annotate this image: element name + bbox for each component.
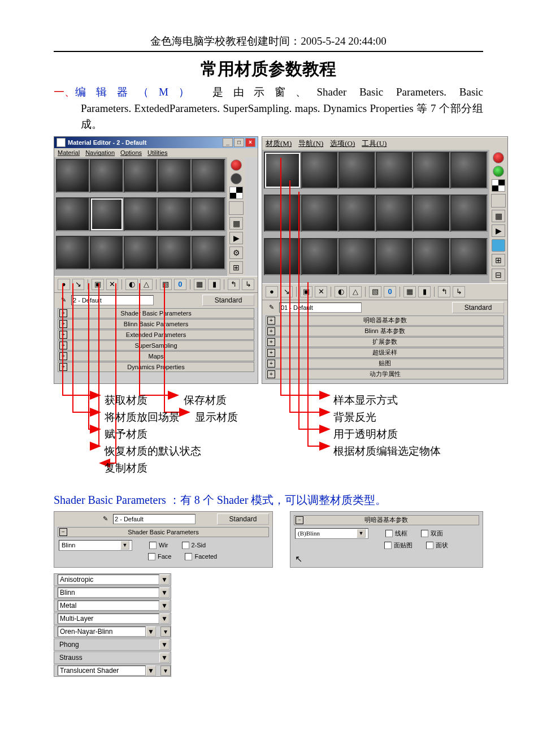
assign-to-selection-icon[interactable]: ▣ <box>92 279 104 290</box>
rollout-header[interactable]: +Dynamics Properties <box>58 362 254 372</box>
material-id-icon[interactable]: 0 <box>384 286 396 297</box>
go-sibling-icon[interactable]: ↳ <box>242 279 254 290</box>
check-face[interactable] <box>148 553 155 560</box>
make-unique-icon[interactable]: △ <box>349 286 362 297</box>
background-icon[interactable] <box>229 187 243 199</box>
sample-type-icon[interactable] <box>493 152 504 163</box>
select-by-material-icon[interactable]: ⊞ <box>492 254 505 266</box>
menu-options[interactable]: 选项(O) <box>330 139 355 149</box>
rollout-header[interactable]: +Extended Parameters <box>58 330 254 340</box>
check-wire[interactable] <box>385 530 393 537</box>
menu-options[interactable]: Options <box>120 149 142 156</box>
shader-mode-row[interactable]: Translucent Shader▼▾ <box>54 664 171 677</box>
close-button[interactable]: × <box>245 138 255 147</box>
rollout-header[interactable]: +Blinn 基本参数 <box>266 326 504 336</box>
titlebar[interactable]: Material Editor - 2 - Default _ □ × <box>54 137 258 148</box>
backlight-icon[interactable] <box>493 166 504 177</box>
get-material-icon[interactable]: ● <box>266 286 278 297</box>
select-by-material-icon[interactable]: ⊞ <box>229 261 243 274</box>
backlight-icon[interactable] <box>231 173 242 184</box>
reset-icon[interactable]: ✕ <box>106 279 119 290</box>
make-preview-icon[interactable]: ▶ <box>492 224 505 237</box>
menu-material[interactable]: 材质(M) <box>266 139 292 149</box>
show-map-icon[interactable]: ▦ <box>403 286 416 297</box>
show-end-result-icon[interactable]: ▮ <box>208 279 220 290</box>
shader-select[interactable]: (B)Blinn▼ <box>295 528 368 539</box>
sample-uv-icon[interactable] <box>491 194 506 208</box>
go-sibling-icon[interactable]: ↳ <box>453 286 465 297</box>
menu-material[interactable]: Material <box>58 149 80 156</box>
make-copy-icon[interactable]: ◐ <box>335 286 347 297</box>
rollout-header[interactable]: +Shader Basic Parameters <box>58 308 254 318</box>
go-parent-icon[interactable]: ↰ <box>438 286 450 297</box>
rollout-header[interactable]: +贴图 <box>266 358 504 369</box>
background-icon[interactable] <box>492 179 505 192</box>
make-unique-icon[interactable]: △ <box>140 279 153 290</box>
make-copy-icon[interactable]: ◐ <box>125 279 138 290</box>
menu-navigation[interactable]: 导航(N) <box>298 139 323 149</box>
rollout-header[interactable]: +超级采样 <box>266 348 504 358</box>
make-preview-icon[interactable]: ▶ <box>229 232 243 244</box>
rollout-header[interactable]: +明暗器基本参数 <box>266 316 504 326</box>
get-material-icon[interactable]: ● <box>58 279 70 290</box>
video-check-icon[interactable]: ▦ <box>492 210 505 222</box>
put-to-library-icon[interactable]: ▧ <box>160 279 172 290</box>
shader-mode-row[interactable]: Oren-Nayar-Blinn▼▾ <box>54 625 171 638</box>
shader-mode-row[interactable]: Anisotropic▼ <box>54 573 171 586</box>
menu-bar[interactable]: Material Navigation Options Utilities <box>54 148 258 157</box>
shader-mode-row[interactable]: Multi-Layer▼ <box>54 612 171 625</box>
material-name-input[interactable] <box>71 295 154 305</box>
assign-to-selection-icon[interactable]: ▣ <box>300 286 312 297</box>
check-wire[interactable] <box>149 542 157 549</box>
eyedropper-icon[interactable]: ✎ <box>266 303 277 312</box>
shader-select[interactable]: Blinn▼ <box>59 540 132 551</box>
show-map-icon[interactable]: ▦ <box>194 279 206 290</box>
material-name-input[interactable] <box>113 514 196 524</box>
sample-type-icon[interactable] <box>231 159 242 171</box>
menu-navigation[interactable]: Navigation <box>85 149 115 156</box>
maximize-button[interactable]: □ <box>234 138 244 147</box>
sample-slot-selected[interactable] <box>264 152 301 189</box>
show-end-result-icon[interactable]: ▮ <box>418 286 431 297</box>
rollout-header[interactable]: +Maps <box>58 351 254 361</box>
rollout-header[interactable]: +Blinn Basic Parameters <box>58 319 254 329</box>
menu-bar-cn[interactable]: 材质(M) 导航(N) 选项(O) 工具(U) <box>262 137 507 150</box>
material-id-icon[interactable]: 0 <box>174 279 186 290</box>
extra-box-icon[interactable]: ▾ <box>160 627 171 637</box>
check-2sided[interactable] <box>421 530 428 537</box>
rollout-header[interactable]: +SuperSampling <box>58 340 254 351</box>
options-icon[interactable] <box>492 239 505 252</box>
shader-mode-row[interactable]: Metal▼ <box>54 599 171 612</box>
rollout-header[interactable]: −明暗器基本参数 <box>294 515 479 525</box>
sample-slots[interactable] <box>54 157 227 276</box>
put-to-scene-icon[interactable]: ↘ <box>72 279 85 290</box>
go-parent-icon[interactable]: ↰ <box>228 279 240 290</box>
reset-icon[interactable]: ✕ <box>315 286 327 297</box>
check-2sided[interactable] <box>182 542 189 549</box>
eyedropper-icon[interactable]: ✎ <box>58 296 69 305</box>
shader-mode-row[interactable]: Strauss▼ <box>54 651 171 664</box>
dropdown-arrow-icon[interactable]: ▼ <box>159 574 170 585</box>
eyedropper-icon[interactable]: ✎ <box>99 515 111 524</box>
rollout-header[interactable]: +动力学属性 <box>266 369 504 379</box>
rollout-header[interactable]: +扩展参数 <box>266 337 504 347</box>
sample-uv-icon[interactable] <box>229 201 244 215</box>
shader-mode-row[interactable]: Phong▼ <box>54 638 171 651</box>
sample-slot-selected[interactable] <box>90 197 124 231</box>
material-map-navigator-icon[interactable]: ⊟ <box>492 269 505 281</box>
put-to-scene-icon[interactable]: ↘ <box>280 286 293 297</box>
video-check-icon[interactable]: ▦ <box>229 217 243 230</box>
menu-utilities[interactable]: 工具(U) <box>362 139 387 149</box>
type-button[interactable]: Standard <box>452 302 504 313</box>
shader-mode-row[interactable]: Blinn▼ <box>54 586 171 599</box>
extra-box-icon[interactable]: ▾ <box>160 666 171 676</box>
menu-utilities[interactable]: Utilities <box>147 149 167 156</box>
check-facemap[interactable] <box>384 542 392 549</box>
minimize-button[interactable]: _ <box>223 138 233 147</box>
rollout-header[interactable]: −Shader Basic Parameters <box>58 527 269 537</box>
sample-slot[interactable] <box>56 159 90 193</box>
material-name-input[interactable] <box>279 303 362 313</box>
type-button[interactable]: Standard <box>202 295 254 306</box>
options-icon[interactable]: ⚙ <box>229 247 243 259</box>
put-to-library-icon[interactable]: ▧ <box>369 286 381 297</box>
